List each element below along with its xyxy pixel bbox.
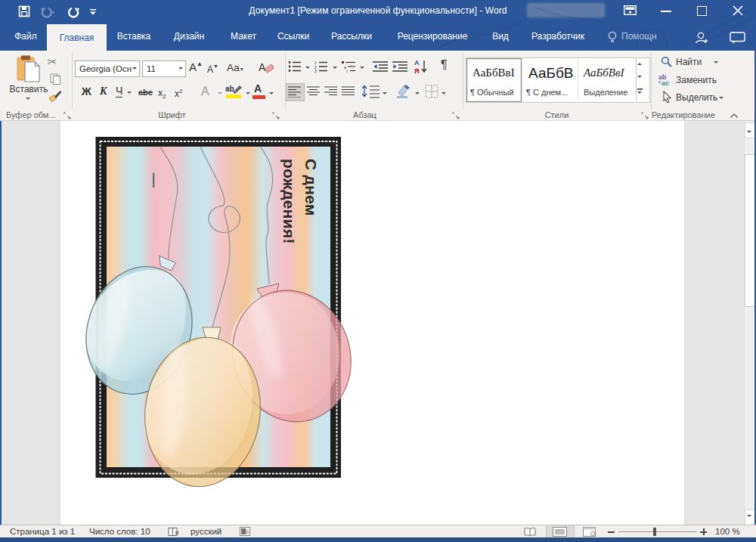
svg-text:С днем: С днем (302, 159, 320, 216)
svg-text:ac: ac (662, 79, 669, 86)
svg-text:i: i (346, 69, 347, 73)
svg-text:рождения!: рождения! (280, 159, 298, 244)
svg-text:3: 3 (314, 69, 317, 73)
svg-text:ab: ab (225, 85, 234, 93)
svg-text:А: А (414, 59, 420, 67)
svg-text:Я: Я (414, 67, 419, 74)
svg-text:А: А (259, 61, 266, 73)
